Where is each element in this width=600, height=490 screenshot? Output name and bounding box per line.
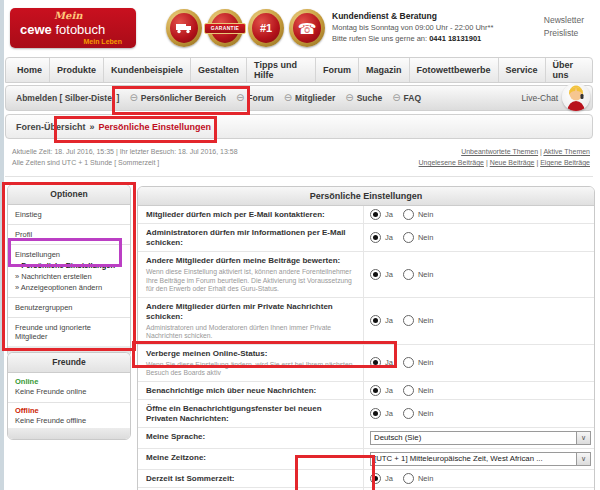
freunde-panel: Freunde Online Keine Freunde online Offl… [7, 352, 131, 440]
nav-item-service[interactable]: Service [499, 58, 546, 82]
divider [5, 176, 593, 177]
radio-ja-label: Ja [385, 210, 393, 219]
logout-link[interactable]: Abmelden [ Silber-Distel ] [16, 93, 119, 103]
logo-cewe-text: cewe [20, 22, 52, 37]
phone-badge-icon: ☎ [289, 9, 325, 47]
preisliste-link[interactable]: Preisliste [544, 27, 584, 40]
radio-ja-label: Ja [385, 316, 393, 325]
settings-row: Öffne ein Benachrichtigungsfenster bei n… [138, 400, 594, 428]
setting-description: Wenn Sie diese Einstellung ändern, wird … [146, 361, 355, 378]
radio-nein-label: Nein [418, 474, 433, 483]
radio-nein-label: Nein [418, 386, 433, 395]
live-chat-avatar[interactable] [562, 83, 590, 111]
language-select-value: Deutsch (Sie) [371, 433, 576, 442]
radio-ja[interactable] [370, 269, 381, 280]
breadcrumb-current: Persönliche Einstellungen [99, 122, 212, 132]
forum-user-bar: Abmelden [ Silber-Distel ] ⊖ Persönliche… [5, 85, 593, 111]
customer-service-title: Kundendienst & Beratung [332, 11, 493, 22]
radio-ja[interactable] [370, 209, 381, 220]
nav-item-gestalten[interactable]: Gestalten [191, 58, 247, 82]
friends-online-label: Online [8, 373, 130, 387]
nav-item-kundenbeispiele[interactable]: Kundenbeispiele [104, 58, 191, 82]
panel-footer [8, 428, 130, 439]
user-icon: ⊖ [392, 93, 400, 103]
sidebar-item-persoenliche-einstellungen[interactable]: » Persönliche Einstellungen [15, 260, 123, 271]
cewe-logo[interactable]: Mein cewe fotobuch Mein Leben [10, 8, 136, 48]
garantie-badge-icon: GARANTIE [207, 9, 243, 47]
radio-nein[interactable] [403, 209, 414, 220]
truck-icon [175, 22, 193, 34]
info-link[interactable]: Ungelesene Beiträge [419, 159, 484, 166]
radio-ja-label: Ja [385, 270, 393, 279]
breadcrumb: Foren-Übersicht » Persönliche Einstellun… [16, 122, 211, 132]
info-link[interactable]: Unbeantwortete Themen [461, 148, 538, 155]
setting-label: Administratoren dürfen mir Informationen… [146, 228, 355, 248]
timezone-line: Alle Zeiten sind UTC + 1 Stunde [ Sommer… [12, 157, 238, 168]
setting-label: Verberge meinen Online-Status: [146, 349, 355, 359]
info-link[interactable]: Aktive Themen [543, 148, 590, 155]
sidebar-item-einstellungen[interactable]: Einstellungen [15, 249, 123, 260]
newsletter-link[interactable]: Newsletter [544, 14, 584, 27]
nav-item-magazin[interactable]: Magazin [359, 58, 410, 82]
radio-ja-label: Ja [385, 409, 393, 418]
radio-nein-label: Nein [418, 358, 433, 367]
radio-ja[interactable] [370, 385, 381, 396]
nav-item-fotowettbewerbe[interactable]: Fotowettbewerbe [410, 58, 499, 82]
nav-item-produkte[interactable]: Produkte [50, 58, 104, 82]
nav-item-ueber-uns[interactable]: Über uns [546, 58, 592, 82]
sidebar-item-einstieg[interactable]: Einstieg [8, 205, 130, 225]
radio-ja[interactable] [370, 408, 381, 419]
settings-row: Verberge meinen Online-Status: Wenn Sie … [138, 345, 594, 382]
language-select[interactable]: Deutsch (Sie) ∨ [370, 431, 591, 445]
sidebar-item-freunde-ignorierte[interactable]: Freunde und ignorierte Mitglieder [8, 318, 130, 346]
sidebar-item-nachrichten-erstellen[interactable]: » Nachrichten erstellen [15, 271, 123, 282]
info-link[interactable]: Neue Beiträge [490, 159, 535, 166]
settings-panel-title: Persönliche Einstellungen [138, 187, 594, 206]
sidebar-item-profil[interactable]: Profil [8, 225, 130, 245]
userbar-item-faq[interactable]: ⊖ FAQ [392, 93, 421, 103]
nav-item-home[interactable]: Home [6, 58, 50, 82]
radio-ja[interactable] [370, 473, 381, 484]
radio-nein[interactable] [403, 408, 414, 419]
userbar-item-suche[interactable]: ⊖ Suche [345, 93, 382, 103]
chevron-down-icon: ∨ [576, 432, 590, 444]
phone-icon: ☎ [298, 21, 317, 36]
main-nav: Home Produkte Kundenbeispiele Gestalten … [5, 57, 593, 83]
breadcrumb-root[interactable]: Foren-Übersicht [16, 122, 86, 132]
radio-nein[interactable] [403, 269, 414, 280]
radio-ja[interactable] [370, 232, 381, 243]
settings-row: Meine Zeitzone: [UTC + 1] Mitteleuropäis… [138, 449, 594, 470]
radio-nein-label: Nein [418, 409, 433, 418]
number-one-badge-label: #1 [260, 22, 272, 34]
radio-nein[interactable] [403, 315, 414, 326]
info-link[interactable]: Eigene Beiträge [540, 159, 590, 166]
friends-offline-text: Keine Freunde offline [8, 416, 130, 428]
user-icon: ⊖ [284, 93, 292, 103]
userbar-item-forum[interactable]: ⊖ Forum [236, 93, 274, 103]
breadcrumb-separator: » [90, 122, 95, 132]
user-icon: ⊖ [129, 93, 137, 103]
optionen-panel-title: Optionen [8, 185, 130, 205]
live-chat-link[interactable]: Live-Chat [522, 93, 558, 103]
settings-row: Meine Sprache: Deutsch (Sie) ∨ [138, 428, 594, 449]
cewe-forum-settings-page: Mein cewe fotobuch Mein Leben GARANTIE #… [0, 0, 600, 490]
radio-nein[interactable] [403, 357, 414, 368]
radio-ja[interactable] [370, 357, 381, 368]
setting-description: Wenn diese Einstellung aktiviert ist, kö… [146, 268, 355, 294]
setting-label: Andere Mitglieder dürfen mir Private Nac… [146, 302, 355, 322]
radio-nein[interactable] [403, 385, 414, 396]
timezone-select[interactable]: [UTC + 1] Mitteleuropäische Zeit, West A… [370, 452, 591, 466]
nav-item-tipps-und-hilfe[interactable]: Tipps und Hilfe [247, 58, 316, 82]
userbar-item-persoenlicher-bereich[interactable]: ⊖ Persönlicher Bereich [129, 93, 225, 103]
phone-number: 0441 18131901 [429, 34, 481, 43]
nav-item-forum[interactable]: Forum [316, 58, 359, 82]
sidebar-item-benutzergruppen[interactable]: Benutzergruppen [8, 298, 130, 318]
userbar-item-mitglieder[interactable]: ⊖ Mitglieder [284, 93, 336, 103]
radio-nein-label: Nein [418, 316, 433, 325]
customer-service-block: Kundendienst & Beratung Montag bis Sonnt… [332, 11, 493, 44]
settings-row: Derzeit ist Sommerzeit: Ja Nein [138, 470, 594, 488]
sidebar-item-anzeigeoptionen-aendern[interactable]: » Anzeigeoptionen ändern [15, 282, 123, 293]
radio-nein[interactable] [403, 473, 414, 484]
radio-nein[interactable] [403, 232, 414, 243]
radio-ja[interactable] [370, 315, 381, 326]
